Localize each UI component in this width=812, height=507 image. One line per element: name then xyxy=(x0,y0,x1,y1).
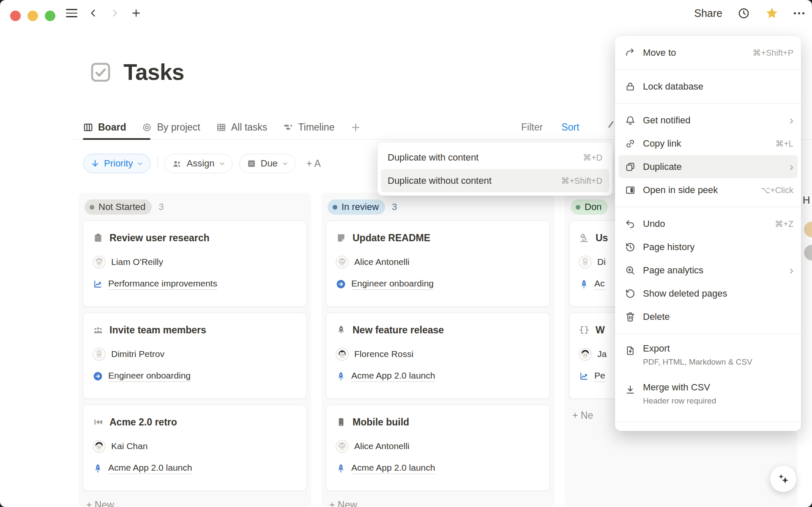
ai-assistant-button[interactable] xyxy=(770,465,797,492)
tab-all-tasks[interactable]: All tasks xyxy=(216,122,268,133)
task-card[interactable]: Acme 2.0 retro Kai Chan Acme App 2.0 lau… xyxy=(83,405,307,491)
menu-item-merge-with-csv[interactable]: Merge with CSV Header row required xyxy=(615,378,801,417)
nav-toolbar xyxy=(66,0,142,26)
tab-by-project[interactable]: By project xyxy=(142,122,200,133)
share-button[interactable]: Share xyxy=(694,7,722,19)
page-icon xyxy=(336,232,347,243)
more-options-icon[interactable] xyxy=(794,12,804,14)
new-card-button[interactable]: + New xyxy=(86,499,307,507)
menu-item-delete[interactable]: Delete xyxy=(615,305,801,328)
menu-item-page-history[interactable]: Page history xyxy=(615,235,801,259)
rocket-icon xyxy=(93,463,103,474)
chip-label: Due xyxy=(261,158,278,169)
menu-item-page-analytics[interactable]: Page analytics › xyxy=(615,259,801,282)
avatar xyxy=(579,256,592,269)
menu-item-undo[interactable]: Undo ⌘+Z xyxy=(615,212,801,235)
page-options-menu: Move to ⌘+Shift+P Lock database Get noti… xyxy=(615,36,801,431)
task-card[interactable]: Invite team members Dimitri Petrov Engin… xyxy=(83,313,307,399)
project-link[interactable]: Acme App 2.0 launch xyxy=(336,370,540,382)
chevron-right-icon: › xyxy=(790,114,793,126)
project-name: Acme App 2.0 launch xyxy=(351,371,435,382)
updates-clock-icon[interactable] xyxy=(738,7,750,19)
menu-shortcut: ⌘+L xyxy=(775,139,793,149)
status-dot xyxy=(90,205,94,210)
tab-timeline[interactable]: Timeline xyxy=(283,122,334,133)
tab-label: All tasks xyxy=(231,122,268,133)
favorite-star-icon[interactable] xyxy=(765,6,779,20)
close-window-button[interactable] xyxy=(10,11,21,21)
menu-item-show-deleted-pages[interactable]: Show deleted pages xyxy=(615,282,801,305)
sort-button[interactable]: Sort xyxy=(561,122,579,133)
menu-item-label: Copy link xyxy=(643,138,681,149)
project-name: Performance improvements xyxy=(108,278,217,290)
tab-board[interactable]: Board xyxy=(83,122,126,133)
chart-icon xyxy=(93,279,103,289)
card-title: New feature release xyxy=(353,324,444,336)
menu-item-export[interactable]: Export PDF, HTML, Markdown & CSV xyxy=(615,339,801,378)
chevron-down-icon xyxy=(137,161,143,167)
project-link[interactable]: Engineer onboarding xyxy=(336,278,540,290)
project-link[interactable]: Performance improvements xyxy=(93,278,297,290)
menu-item-move-to[interactable]: Move to ⌘+Shift+P xyxy=(615,41,801,64)
filter-button[interactable]: Filter xyxy=(521,122,543,133)
task-card[interactable]: New feature release Florence Rossi Acme … xyxy=(326,313,550,399)
status-badge: Not Started xyxy=(85,199,152,215)
column-header[interactable]: In review 3 xyxy=(326,193,550,221)
column-header[interactable]: Not Started 3 xyxy=(83,193,307,221)
checkbox-page-icon[interactable] xyxy=(89,60,112,84)
people-icon xyxy=(172,158,182,169)
due-filter-chip[interactable]: Due xyxy=(239,154,295,173)
card-title: Invite team members xyxy=(109,324,206,336)
assign-filter-chip[interactable]: Assign xyxy=(164,154,232,173)
menu-item-label: Show deleted pages xyxy=(643,288,727,299)
view-actions: Filter Sort xyxy=(521,117,579,137)
column-count: 3 xyxy=(392,202,397,213)
task-card[interactable]: Mobile build Alice Antonelli Acme App 2.… xyxy=(326,405,550,491)
menu-item-label: Get notified xyxy=(643,115,691,126)
phone-icon xyxy=(336,417,347,428)
menu-item-open-in-side-peek[interactable]: Open in side peek ⌥+Click xyxy=(615,178,801,202)
menu-item-label: Page history xyxy=(643,242,694,253)
card-title: Update README xyxy=(353,232,430,244)
menu-item-duplicate-with-content[interactable]: Duplicate with content ⌘+D xyxy=(381,146,609,169)
menu-shortcut: ⌘+D xyxy=(583,153,602,163)
rocket-icon xyxy=(336,371,346,382)
import-csv-icon xyxy=(625,384,636,395)
side-peek-icon xyxy=(625,185,636,196)
new-tab-icon[interactable] xyxy=(131,8,142,19)
task-card[interactable]: Update README Alice Antonelli Engineer o… xyxy=(326,221,550,307)
menu-item-get-notified[interactable]: Get notified › xyxy=(615,109,801,132)
sidebar-menu-icon[interactable] xyxy=(66,9,77,17)
brackets-icon xyxy=(579,324,590,335)
link-icon xyxy=(625,138,636,149)
add-filter-button[interactable]: + A xyxy=(306,158,321,169)
priority-sort-chip[interactable]: Priority xyxy=(83,154,150,173)
menu-item-copy-link[interactable]: Copy link ⌘+L xyxy=(615,132,801,155)
back-icon[interactable] xyxy=(88,8,98,18)
minimize-window-button[interactable] xyxy=(27,11,38,21)
avatar xyxy=(93,440,106,453)
new-card-button[interactable]: + New xyxy=(329,499,550,507)
chip-label: Priority xyxy=(104,158,133,169)
avatar xyxy=(93,348,106,361)
status-label: In review xyxy=(342,202,379,213)
project-link[interactable]: Engineer onboarding xyxy=(93,370,297,382)
project-link[interactable]: Acme App 2.0 launch xyxy=(336,462,540,474)
menu-item-lock-database[interactable]: Lock database xyxy=(615,75,801,98)
page-title[interactable]: Tasks xyxy=(123,59,184,85)
avatar xyxy=(804,245,812,261)
move-to-icon xyxy=(625,47,636,58)
forward-icon[interactable] xyxy=(109,8,120,18)
menu-item-duplicate[interactable]: Duplicate › xyxy=(618,155,798,178)
task-card[interactable]: Review user research Liam O'Reilly Perfo… xyxy=(83,221,307,307)
assignee-name: Dimitri Petrov xyxy=(111,349,164,359)
add-view-plus-icon[interactable] xyxy=(350,122,361,133)
zoom-window-button[interactable] xyxy=(45,11,55,21)
menu-item-label: Duplicate with content xyxy=(388,152,478,163)
arrow-circle-icon xyxy=(336,279,346,289)
menu-item-duplicate-without-content[interactable]: Duplicate without content ⌘+Shift+D xyxy=(381,169,609,192)
rocket-icon xyxy=(336,324,347,335)
project-name: Engineer onboarding xyxy=(351,278,434,290)
timeline-icon xyxy=(283,122,293,133)
project-link[interactable]: Acme App 2.0 launch xyxy=(93,462,297,474)
